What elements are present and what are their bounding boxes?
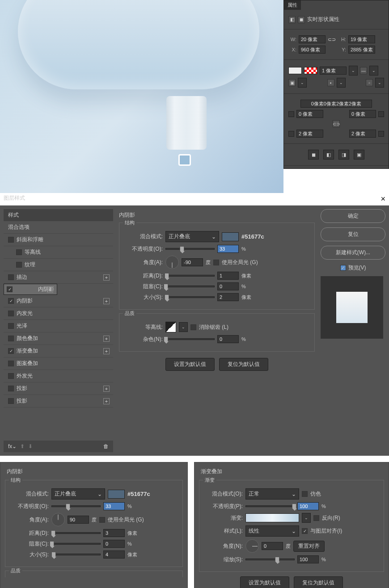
dither-cb[interactable]: [302, 491, 308, 497]
g-blend-select[interactable]: 正常⌄: [245, 488, 299, 500]
p2-angle-input[interactable]: [68, 516, 89, 524]
fx-icon[interactable]: fx⌄: [8, 443, 17, 449]
anti-cb[interactable]: [190, 324, 196, 330]
gradient-picker[interactable]: [245, 513, 299, 522]
ok-button[interactable]: 确定: [321, 209, 385, 223]
style-cb[interactable]: [7, 286, 13, 292]
g-scale-slider[interactable]: [245, 559, 295, 560]
noise-input[interactable]: [217, 335, 239, 343]
style-item-2[interactable]: 纹理: [4, 259, 113, 271]
properties-tab[interactable]: 属性: [284, 0, 301, 10]
blend-select[interactable]: 正片叠底⌄: [165, 231, 219, 242]
cap-icon[interactable]: ▪: [327, 79, 334, 86]
new-style-button[interactable]: 新建样式(W)...: [321, 246, 385, 260]
corner-tr[interactable]: [349, 110, 376, 118]
style-cb[interactable]: [8, 348, 14, 354]
x-input[interactable]: [299, 46, 326, 54]
reset-default-button[interactable]: 复位为默认值: [219, 358, 268, 371]
corner-br[interactable]: [349, 130, 376, 138]
g-opacity-input[interactable]: [297, 502, 319, 510]
corner-tl-cb[interactable]: [288, 111, 294, 117]
style-item-8[interactable]: 颜色叠加+: [4, 332, 113, 345]
align-icon[interactable]: ▣: [288, 79, 296, 86]
stroke-type[interactable]: —: [360, 67, 367, 74]
y-input[interactable]: [348, 46, 375, 54]
link-icon[interactable]: ⊂⊃: [328, 37, 336, 42]
p2-global-cb[interactable]: [99, 517, 105, 523]
p2-blend-select[interactable]: 正片叠底⌄: [51, 488, 105, 500]
p2-size-slider[interactable]: [51, 554, 101, 555]
gradient-dd[interactable]: ⌄: [302, 513, 311, 523]
corner-bl[interactable]: [296, 130, 323, 138]
width-input[interactable]: [299, 35, 326, 43]
p2-choke-input[interactable]: [103, 540, 125, 548]
g-reset-button[interactable]: 复位为默认值: [294, 576, 343, 588]
preview-cb[interactable]: [340, 265, 346, 271]
style-cb[interactable]: [8, 311, 14, 316]
style-cb[interactable]: [8, 298, 14, 304]
g-default-button[interactable]: 设置为默认值: [240, 576, 289, 588]
add-icon[interactable]: +: [103, 336, 110, 342]
cancel-button[interactable]: 复位: [321, 227, 385, 241]
style-item-9[interactable]: 渐变叠加+: [4, 345, 113, 357]
angle-dial[interactable]: [165, 256, 179, 269]
opacity-slider[interactable]: [165, 248, 215, 250]
style-cb[interactable]: [8, 361, 14, 366]
pathop-4[interactable]: ▣: [354, 150, 364, 160]
style-item-6[interactable]: 内发光: [4, 307, 113, 320]
color-swatch[interactable]: [222, 232, 239, 241]
corners-input[interactable]: [300, 100, 372, 108]
cap-dd[interactable]: ⌄: [337, 78, 346, 88]
style-cb[interactable]: [16, 262, 22, 268]
opacity-input[interactable]: [217, 245, 239, 253]
style-item-10[interactable]: 图案叠加: [4, 357, 113, 370]
corner-link-icon[interactable]: ⊂⊃: [333, 120, 340, 127]
stroke-dd[interactable]: ⌄: [349, 66, 358, 76]
height-input[interactable]: [348, 35, 375, 43]
align-dd[interactable]: ⌄: [298, 78, 307, 88]
style-item-7[interactable]: 光泽: [4, 320, 113, 332]
p2-dist-input[interactable]: [103, 529, 125, 537]
style-item-5[interactable]: 内阴影+: [4, 295, 113, 307]
style-cb[interactable]: [8, 386, 14, 391]
pathop-1[interactable]: ◼: [308, 150, 319, 160]
size-slider[interactable]: [165, 296, 215, 298]
style-item-0[interactable]: 斜面和浮雕: [4, 234, 113, 246]
style-item-4[interactable]: 内阴影+: [4, 284, 57, 295]
p2-dist-slider[interactable]: [51, 532, 101, 534]
p2-size-input[interactable]: [103, 550, 125, 559]
align-cb[interactable]: [302, 528, 308, 534]
add-icon[interactable]: +: [103, 348, 110, 354]
g-opacity-slider[interactable]: [245, 505, 295, 507]
g-angle-input[interactable]: [262, 542, 283, 550]
selected-shape[interactable]: [178, 154, 191, 166]
blend-options[interactable]: 混合选项: [4, 221, 113, 234]
trash-icon[interactable]: 🗑: [103, 443, 109, 449]
style-item-13[interactable]: 投影+: [4, 395, 113, 407]
add-icon[interactable]: +: [103, 398, 110, 404]
p2-opacity-slider[interactable]: [51, 505, 101, 507]
corner-br-cb[interactable]: [378, 131, 384, 137]
corner-tr-cb[interactable]: [378, 111, 384, 117]
pathop-3[interactable]: ◨: [338, 150, 349, 160]
p2-opacity-input[interactable]: [103, 502, 125, 510]
stroke-type-dd[interactable]: ⌄: [369, 66, 378, 76]
add-icon[interactable]: +: [103, 298, 110, 304]
add-icon[interactable]: +: [103, 386, 110, 392]
noise-slider[interactable]: [165, 338, 215, 340]
join-icon[interactable]: ▫: [366, 79, 373, 86]
style-item-3[interactable]: 描边+: [4, 271, 113, 284]
g-style-select[interactable]: 线性⌄: [245, 525, 299, 537]
style-cb[interactable]: [16, 249, 22, 255]
contour-dd[interactable]: ⌄: [179, 322, 188, 332]
style-cb[interactable]: [8, 398, 14, 404]
style-cb[interactable]: [8, 323, 14, 329]
stroke-swatch[interactable]: [304, 67, 317, 74]
g-scale-input[interactable]: [297, 555, 319, 563]
p2-choke-slider[interactable]: [51, 543, 101, 545]
add-icon[interactable]: +: [103, 274, 110, 281]
up-icon[interactable]: ⬆: [20, 443, 25, 449]
p2-color-swatch[interactable]: [108, 490, 125, 499]
down-icon[interactable]: ⬇: [28, 443, 33, 449]
style-cb[interactable]: [8, 237, 14, 243]
